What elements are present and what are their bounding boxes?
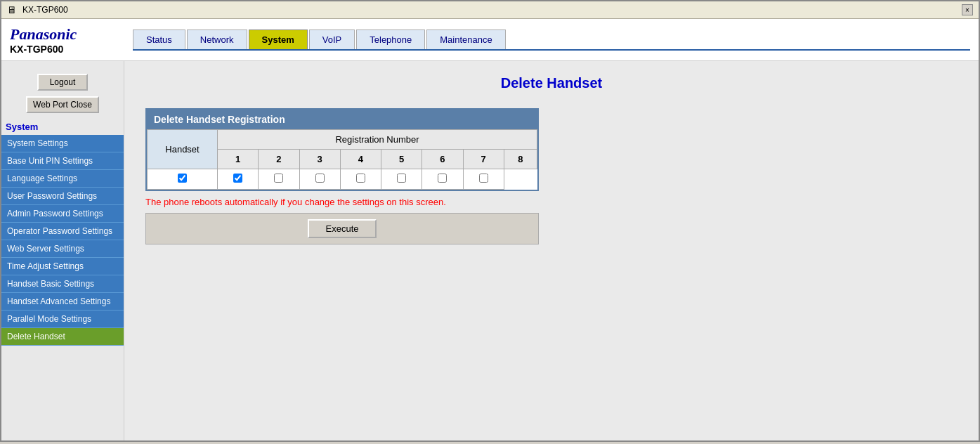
sidebar-item-base-unit-pin[interactable]: Base Unit PIN Settings (1, 152, 124, 170)
registration-table-wrapper: Delete Handset Registration Handset Regi… (145, 108, 539, 191)
sidebar-item-handset-basic[interactable]: Handset Basic Settings (1, 275, 124, 293)
page-title: Delete Handset (145, 75, 958, 91)
col-header-5: 5 (381, 150, 422, 169)
checkbox-8[interactable] (479, 174, 488, 183)
col-header-8: 8 (504, 150, 537, 169)
sidebar-item-time-adjust[interactable]: Time Adjust Settings (1, 258, 124, 275)
checkbox-5[interactable] (356, 174, 365, 183)
sidebar-item-web-server[interactable]: Web Server Settings (1, 240, 124, 258)
checkbox-row (148, 169, 537, 190)
registration-number-header: Registration Number (218, 130, 537, 150)
sidebar-item-parallel-mode[interactable]: Parallel Mode Settings (1, 311, 124, 328)
checkbox-1[interactable] (178, 174, 187, 183)
checkbox-7[interactable] (438, 174, 447, 183)
tab-voip[interactable]: VoIP (309, 30, 355, 49)
checkbox-2[interactable] (233, 174, 242, 183)
execute-row: Execute (145, 213, 539, 244)
checkbox-4[interactable] (315, 174, 325, 183)
logout-button[interactable]: Logout (37, 74, 89, 91)
col-header-7: 7 (463, 150, 504, 169)
web-port-close-button[interactable]: Web Port Close (26, 96, 99, 113)
sidebar: Logout Web Port Close System System Sett… (1, 61, 124, 440)
registration-table: Handset Registration Number 1 2 3 4 5 6 … (147, 129, 537, 190)
close-icon[interactable]: × (962, 4, 973, 15)
tab-network[interactable]: Network (187, 30, 247, 49)
panasonic-logo: Panasonic (10, 25, 133, 44)
col-header-3: 3 (299, 150, 340, 169)
main-nav: Status Network System VoIP Telephone Mai… (133, 30, 970, 51)
registration-header: Delete Handset Registration (147, 110, 537, 129)
col-header-6: 6 (422, 150, 463, 169)
tab-system[interactable]: System (249, 30, 308, 49)
sidebar-item-handset-advanced[interactable]: Handset Advanced Settings (1, 293, 124, 311)
sidebar-item-user-password[interactable]: User Password Settings (1, 188, 124, 205)
main-content: Delete Handset Delete Handset Registrati… (124, 61, 979, 440)
col-header-4: 4 (340, 150, 381, 169)
checkbox-3[interactable] (274, 174, 283, 183)
title-bar-icon: 🖥 (7, 4, 17, 15)
tab-telephone[interactable]: Telephone (356, 30, 425, 49)
handset-label-cell: Handset (148, 130, 218, 169)
col-header-1: 1 (218, 150, 259, 169)
tab-status[interactable]: Status (133, 30, 185, 49)
sidebar-item-admin-password[interactable]: Admin Password Settings (1, 205, 124, 223)
sidebar-section-title: System (1, 119, 124, 135)
sidebar-item-language-settings[interactable]: Language Settings (1, 170, 124, 188)
device-model: KX-TGP600 (10, 44, 133, 55)
checkbox-6[interactable] (397, 174, 406, 183)
execute-button[interactable]: Execute (308, 219, 377, 238)
col-header-2: 2 (259, 150, 299, 169)
sidebar-item-operator-password[interactable]: Operator Password Settings (1, 223, 124, 240)
title-bar-text: KX-TGP600 (22, 5, 68, 15)
warning-text: The phone reboots automatically if you c… (145, 197, 958, 207)
tab-maintenance[interactable]: Maintenance (426, 30, 505, 49)
sidebar-item-system-settings[interactable]: System Settings (1, 135, 124, 152)
sidebar-item-delete-handset[interactable]: Delete Handset (1, 328, 124, 346)
